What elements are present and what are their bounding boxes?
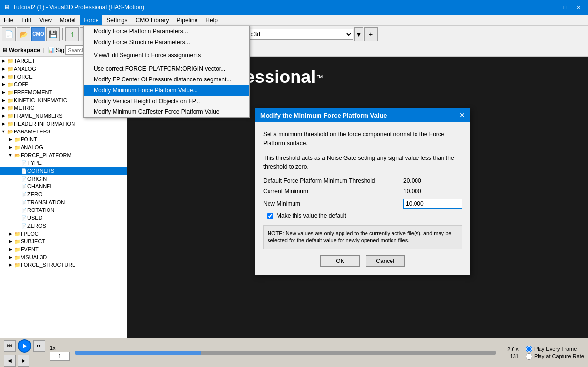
tree-item-corners[interactable]: ▶ 📄 CORNERS xyxy=(0,167,127,175)
dialog-current-label: Current Minimum xyxy=(263,188,403,195)
menu-view[interactable]: View xyxy=(35,15,56,25)
menu-item-modify-fp-params[interactable]: Modify Force Platform Parameters... xyxy=(84,26,249,37)
tree-item-rotation[interactable]: ▶ 📄 ROTATION xyxy=(0,206,127,214)
tree-item-point[interactable]: ▶ 📁 POINT xyxy=(0,135,127,143)
folder-icon-analog2: 📁 xyxy=(14,144,21,151)
menu-item-modify-fs-params[interactable]: Modify Force Structure Parameters... xyxy=(84,37,249,48)
timeline-fill xyxy=(75,351,201,355)
dialog-current-value: 10.000 xyxy=(403,188,462,195)
close-button[interactable]: ✕ xyxy=(572,3,584,12)
tree-item-zeros[interactable]: ▶ 📄 ZEROS xyxy=(0,222,127,230)
tree-label-parameters: PARAMETERS xyxy=(14,129,50,134)
menu-item-use-correct-origin[interactable]: Use correct FORCE_PLATFORM:ORIGIN vector… xyxy=(84,63,249,74)
expand-event[interactable]: ▶ xyxy=(7,246,14,253)
tree-item-translation[interactable]: ▶ 📄 TRANSLATION xyxy=(0,198,127,206)
minimize-button[interactable]: — xyxy=(547,3,559,12)
tree-item-fploc[interactable]: ▶ 📁 FPLOC xyxy=(0,230,127,237)
logo-tm: ™ xyxy=(316,74,323,82)
menu-item-modify-fp-cop[interactable]: Modify FP Center Of Pressure distance to… xyxy=(84,74,249,85)
dialog-new-row: New Minimum xyxy=(263,199,462,209)
expand-freemoment[interactable]: ▶ xyxy=(0,89,7,96)
tree-item-parameters[interactable]: ▼ 📂 PARAMETERS xyxy=(0,128,127,135)
expand-analog2[interactable]: ▶ xyxy=(7,144,14,151)
timeline-area xyxy=(73,351,499,355)
expand-force-platform[interactable]: ▼ xyxy=(7,152,14,158)
new-button[interactable]: 📄 xyxy=(2,27,16,41)
tree-label-zeros: ZEROS xyxy=(27,223,46,229)
tree-item-type[interactable]: ▶ 📄 TYPE xyxy=(0,159,127,167)
cmo-button[interactable]: CMO xyxy=(31,27,45,41)
play-at-capture-rate-option[interactable]: Play at Capture Rate xyxy=(526,353,584,360)
expand-cofp[interactable]: ▶ xyxy=(0,81,7,88)
doc-icon-zeros: 📄 xyxy=(21,222,27,229)
tree-label-analog: ANALOG xyxy=(14,66,36,72)
menu-item-view-edit-segment[interactable]: View/Edit Segment to Force assignments xyxy=(84,50,249,61)
skip-to-start-button[interactable]: ⏮ xyxy=(4,340,16,352)
tree-item-event[interactable]: ▶ 📁 EVENT xyxy=(0,245,127,253)
expand-analog[interactable]: ▶ xyxy=(0,65,7,72)
step-fwd-button[interactable]: ▶ xyxy=(18,355,29,367)
step-back-button[interactable]: ◀ xyxy=(4,355,16,367)
play-button[interactable]: ▶ xyxy=(18,339,31,353)
dialog-default-row: Default Force Platform Minimum Threshold… xyxy=(263,177,462,184)
tree-item-force-platform[interactable]: ▼ 📂 FORCE_PLATFORM xyxy=(0,151,127,159)
timeline-row xyxy=(73,351,499,355)
expand-point[interactable]: ▶ xyxy=(7,136,14,143)
menu-help[interactable]: Help xyxy=(201,15,221,25)
timeline-slider[interactable] xyxy=(75,351,496,355)
menu-cmo-library[interactable]: CMO Library xyxy=(132,15,173,25)
expand-target[interactable]: ▶ xyxy=(0,57,7,64)
dialog-close-button[interactable]: ✕ xyxy=(459,111,465,119)
tree-item-force-structure[interactable]: ▶ 📁 FORCE_STRUCTURE xyxy=(0,261,127,269)
menu-pipeline[interactable]: Pipeline xyxy=(173,15,202,25)
expand-frame-numbers[interactable]: ▶ xyxy=(0,112,7,119)
up-arrow-button[interactable]: ↑ xyxy=(65,27,79,41)
menu-force[interactable]: Force xyxy=(80,15,103,25)
tree-item-header-info[interactable]: ▶ 📁 HEADER INFORMATION xyxy=(0,120,127,128)
expand-subject[interactable]: ▶ xyxy=(7,238,14,245)
tree-item-analog2[interactable]: ▶ 📁 ANALOG xyxy=(0,143,127,151)
save-button[interactable]: 💾 xyxy=(46,27,60,41)
doc-icon-translation: 📄 xyxy=(21,199,27,206)
dialog-cancel-button[interactable]: Cancel xyxy=(366,255,405,267)
folder-icon-metric: 📁 xyxy=(7,105,14,111)
expand-kinetic[interactable]: ▶ xyxy=(0,97,7,104)
tree-item-subject[interactable]: ▶ 📁 SUBJECT xyxy=(0,237,127,245)
combo-arrow[interactable]: ▼ xyxy=(354,27,363,41)
expand-visual3d[interactable]: ▶ xyxy=(7,254,14,261)
dialog-new-input[interactable] xyxy=(403,199,462,209)
dialog-ok-button[interactable]: OK xyxy=(320,255,360,267)
add-button[interactable]: + xyxy=(364,27,378,41)
tree-item-visual3d[interactable]: ▶ 📁 VISUAL3D xyxy=(0,253,127,261)
play-every-frame-radio[interactable] xyxy=(526,346,532,352)
expand-parameters[interactable]: ▼ xyxy=(0,128,7,135)
dialog-default-checkbox[interactable] xyxy=(267,213,273,219)
play-at-capture-rate-radio[interactable] xyxy=(526,353,532,360)
expand-header-info[interactable]: ▶ xyxy=(0,120,7,127)
tree-label-translation: TRANSLATION xyxy=(27,199,65,205)
tree-item-used[interactable]: ▶ 📄 USED xyxy=(0,214,127,222)
open-button[interactable]: 📂 xyxy=(17,27,30,41)
play-every-frame-option[interactable]: Play Every Frame xyxy=(526,346,584,352)
folder-icon-point: 📁 xyxy=(14,136,21,143)
menu-settings[interactable]: Settings xyxy=(102,15,131,25)
window-controls[interactable]: — □ ✕ xyxy=(547,3,584,12)
expand-force-structure[interactable]: ▶ xyxy=(7,262,14,268)
expand-fploc[interactable]: ▶ xyxy=(7,230,14,237)
menu-item-modify-min-fp-value[interactable]: Modify Minimum Force Platform Value... xyxy=(84,85,249,96)
menu-model[interactable]: Model xyxy=(56,15,80,25)
expand-metric[interactable]: ▶ xyxy=(0,105,7,111)
menu-item-modify-min-caltester[interactable]: Modify Minimum CalTester Force Platform … xyxy=(84,106,249,117)
skip-to-end-button[interactable]: ⏭ xyxy=(33,340,45,352)
tree-item-origin[interactable]: ▶ 📄 ORIGIN xyxy=(0,175,127,183)
menu-edit[interactable]: Edit xyxy=(17,15,35,25)
maximize-button[interactable]: □ xyxy=(560,3,571,12)
expand-force[interactable]: ▶ xyxy=(0,73,7,80)
menu-item-modify-vertical-height[interactable]: Modify Vertical Height of Objects on FP.… xyxy=(84,96,249,106)
tree-item-channel[interactable]: ▶ 📄 CHANNEL xyxy=(0,183,127,190)
menu-bar: File Edit View Model Force Settings CMO … xyxy=(0,15,588,26)
tree-item-zero[interactable]: ▶ 📄 ZERO xyxy=(0,190,127,198)
menu-file[interactable]: File xyxy=(0,15,17,25)
frame-input[interactable] xyxy=(50,352,70,361)
app-icon: 🖥 xyxy=(4,4,10,11)
